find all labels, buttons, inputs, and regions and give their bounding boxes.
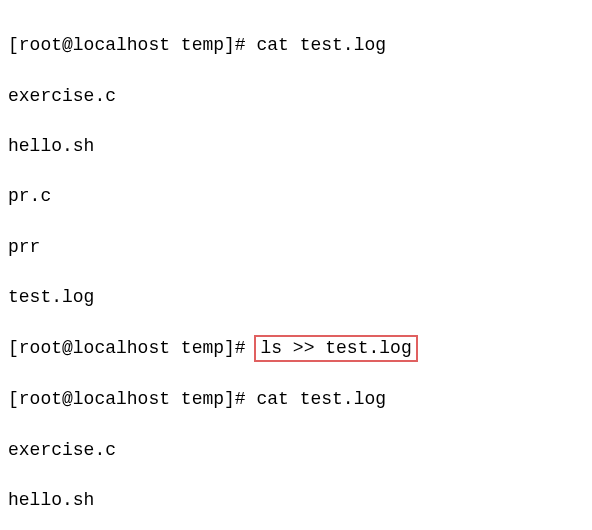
highlight-box: ls >> test.log: [254, 335, 417, 362]
shell-prompt: [root@localhost temp]#: [8, 338, 256, 358]
output-line: exercise.c: [8, 438, 584, 463]
prompt-line: [root@localhost temp]# cat test.log: [8, 33, 584, 58]
shell-prompt: [root@localhost temp]#: [8, 35, 256, 55]
output-line: hello.sh: [8, 488, 584, 513]
output-line: prr: [8, 235, 584, 260]
prompt-line: [root@localhost temp]# cat test.log: [8, 387, 584, 412]
output-line: pr.c: [8, 184, 584, 209]
output-line: hello.sh: [8, 134, 584, 159]
output-line: test.log: [8, 285, 584, 310]
terminal-output: [root@localhost temp]# cat test.log exer…: [8, 8, 584, 530]
command-text: cat test.log: [256, 389, 386, 409]
command-text: ls >> test.log: [260, 338, 411, 358]
output-line: exercise.c: [8, 84, 584, 109]
prompt-line: [root@localhost temp]# ls >> test.log: [8, 335, 584, 362]
shell-prompt: [root@localhost temp]#: [8, 389, 256, 409]
command-text: cat test.log: [256, 35, 386, 55]
